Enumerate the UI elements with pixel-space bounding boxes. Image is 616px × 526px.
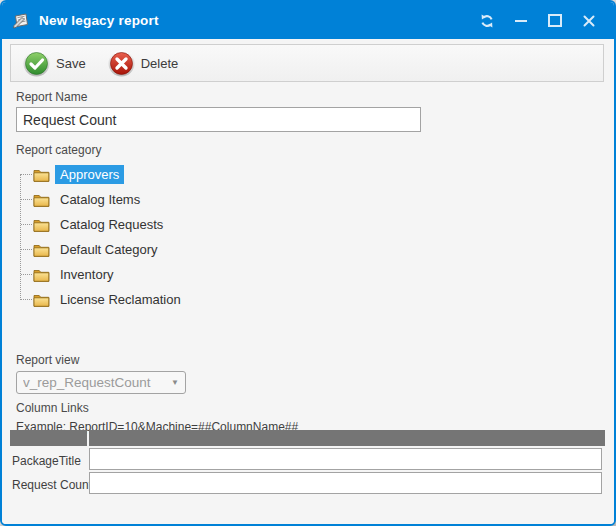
tree-item-label: Approvers xyxy=(55,165,124,184)
column-row-label: Request Count xyxy=(12,478,92,492)
save-button[interactable]: Save xyxy=(19,48,90,79)
report-category-label: Report category xyxy=(16,143,101,157)
save-check-icon xyxy=(23,50,50,77)
tree-item-label: Inventory xyxy=(55,265,118,284)
report-view-dropdown[interactable]: v_rep_RequestCount ▼ xyxy=(16,371,186,394)
column-row-label: PackageTitle xyxy=(12,454,81,468)
tree-item-inventory[interactable]: Inventory xyxy=(16,262,316,287)
report-name-input[interactable] xyxy=(16,107,421,132)
toolbar: Save Delete xyxy=(10,44,604,82)
column-links-header-left xyxy=(10,430,87,446)
delete-button[interactable]: Delete xyxy=(104,48,183,79)
tree-item-label: Catalog Requests xyxy=(55,215,168,234)
column-link-input-packagetitle[interactable] xyxy=(89,448,602,470)
folder-icon xyxy=(33,193,50,207)
maximize-icon[interactable] xyxy=(542,9,568,33)
tree-item-label: License Reclamation xyxy=(55,290,186,309)
tree-item-license-reclamation[interactable]: License Reclamation xyxy=(16,287,316,312)
tree-item-catalog-requests[interactable]: Catalog Requests xyxy=(16,212,316,237)
report-view-value: v_rep_RequestCount xyxy=(23,375,171,390)
titlebar: New legacy report xyxy=(2,2,614,39)
report-note-icon xyxy=(12,12,31,29)
save-button-label: Save xyxy=(56,56,86,71)
window-title: New legacy report xyxy=(39,13,159,28)
folder-icon xyxy=(33,168,50,182)
column-links-label: Column Links xyxy=(16,401,89,415)
column-links-header-right xyxy=(89,430,605,446)
delete-button-label: Delete xyxy=(141,56,179,71)
folder-icon xyxy=(33,218,50,232)
report-category-tree: Approvers Catalog Items Catalog Requests… xyxy=(16,162,316,312)
tree-item-label: Default Category xyxy=(55,240,163,259)
tree-item-catalog-items[interactable]: Catalog Items xyxy=(16,187,316,212)
close-icon[interactable] xyxy=(576,9,602,33)
tree-item-approvers[interactable]: Approvers xyxy=(16,162,316,187)
window-controls xyxy=(474,9,614,33)
delete-x-icon xyxy=(108,50,135,77)
tree-item-label: Catalog Items xyxy=(55,190,145,209)
column-link-input-requestcount[interactable] xyxy=(89,472,602,494)
report-name-label: Report Name xyxy=(16,90,87,104)
folder-icon xyxy=(33,243,50,257)
folder-icon xyxy=(33,268,50,282)
minimize-icon[interactable] xyxy=(508,9,534,33)
chevron-down-icon: ▼ xyxy=(171,378,179,387)
tree-item-default-category[interactable]: Default Category xyxy=(16,237,316,262)
new-legacy-report-dialog: New legacy report xyxy=(0,0,616,526)
refresh-icon[interactable] xyxy=(474,9,500,33)
footer-strip xyxy=(2,514,614,524)
report-view-label: Report view xyxy=(16,353,79,367)
folder-icon xyxy=(33,293,50,307)
